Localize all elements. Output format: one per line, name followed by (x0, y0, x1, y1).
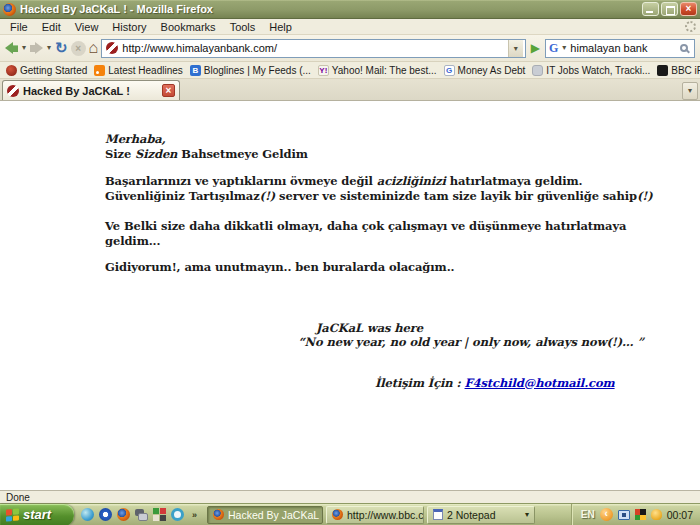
window-title: Hacked By JaCKaL ! - Mozilla Firefox (20, 3, 638, 15)
restore-button[interactable] (661, 2, 678, 16)
back-history-dropdown[interactable]: ▾ (21, 43, 27, 53)
status-bar: Done (0, 490, 700, 503)
url-input[interactable]: http://www.himalayanbank.com/ (122, 42, 503, 54)
tab-title: Hacked By JaCKaL ! (23, 85, 158, 97)
yahoo-icon: Y! (318, 65, 329, 76)
message-paragraph-1: Başarılarınızı ve yaptıklarını övmeye de… (105, 174, 684, 203)
cloud-icon (532, 65, 543, 76)
getting-started-icon (6, 65, 17, 76)
bookmark-bloglines[interactable]: B Bloglines | My Feeds (... (190, 65, 311, 76)
bbc-icon (657, 65, 668, 76)
blue-orb-icon[interactable] (99, 508, 112, 521)
title-bar: Hacked By JaCKaL ! - Mozilla Firefox × (0, 0, 700, 19)
message-paragraph-3: Gidiyorum!, ama unutmayın.. ben buralard… (105, 260, 684, 275)
group-dropdown-icon[interactable]: ▾ (525, 510, 529, 519)
hide-icons-chevron-icon[interactable]: ‹ (600, 508, 613, 521)
windows-logo-icon (6, 508, 19, 521)
tab-hacked-by-jackal[interactable]: Hacked By JaCKaL ! × (2, 80, 180, 100)
search-icon[interactable] (680, 44, 688, 52)
firefox-icon (213, 509, 224, 520)
quick-launch-bar: » (74, 508, 207, 521)
bookmarks-toolbar: Getting Started Latest Headlines B Blogl… (0, 62, 700, 79)
system-tray: EN ‹ 00:07 (571, 504, 700, 525)
menu-bar: File Edit View History Bookmarks Tools H… (0, 19, 700, 35)
bookmark-it-jobs-watch[interactable]: IT Jobs Watch, Tracki... (532, 65, 650, 76)
taskbar-button-notepad-group[interactable]: 2 Notepad ▾ (427, 506, 535, 524)
forward-history-dropdown[interactable]: ▾ (46, 43, 52, 53)
notepad-icon (433, 509, 443, 520)
forward-button[interactable] (30, 42, 43, 54)
throbber-icon (685, 21, 696, 32)
messenger-buddy-icon[interactable] (651, 509, 662, 520)
google-video-icon: G (444, 65, 455, 76)
minimize-button[interactable] (642, 2, 659, 16)
window-controls: × (642, 2, 697, 16)
bookmark-money-as-debt[interactable]: G Money As Debt (444, 65, 526, 76)
clock: 00:07 (667, 509, 693, 521)
intro-line: Size Sizden Bahsetmeye Geldim (105, 147, 684, 162)
contact-line: İletişim İçin : F4stchild@hotmail.com (375, 376, 684, 391)
back-arrow-icon (5, 42, 13, 54)
search-engine-dropdown[interactable]: ▾ (561, 43, 567, 53)
contact-label: İletişim İçin : (375, 376, 465, 390)
bookmark-latest-headlines[interactable]: Latest Headlines (94, 65, 183, 76)
stop-button[interactable]: × (71, 41, 86, 56)
globe-icon[interactable] (81, 508, 94, 521)
forward-arrow-icon (35, 42, 43, 54)
taskbar-button-firefox-bbc[interactable]: http://www.bbc.co.u... (326, 506, 424, 524)
firefox-icon (3, 3, 16, 16)
menu-view[interactable]: View (69, 20, 105, 34)
menu-bookmarks[interactable]: Bookmarks (155, 20, 222, 34)
start-button[interactable]: start (0, 504, 74, 525)
bookmark-bbc-iplayer[interactable]: BBC iPlayer - Home (657, 65, 700, 76)
signature-block: JaCKaL was here “No new year, no old yea… (298, 321, 684, 350)
go-button[interactable]: ▶ (529, 41, 542, 55)
language-indicator[interactable]: EN (581, 509, 595, 520)
menu-help[interactable]: Help (263, 20, 298, 34)
close-button[interactable]: × (680, 2, 697, 16)
greeting-paragraph: Merhaba, Size Sizden Bahsetmeye Geldim (105, 132, 684, 161)
search-bar[interactable]: G ▾ himalayan bank (545, 39, 695, 58)
signature-quote: “No new year, no old year | only now, al… (298, 335, 684, 350)
color-grid-tray-icon[interactable] (635, 509, 646, 520)
bloglines-icon: B (190, 65, 201, 76)
menu-edit[interactable]: Edit (36, 20, 67, 34)
firefox-icon (332, 509, 343, 520)
tab-close-icon[interactable]: × (162, 84, 175, 97)
bookmark-yahoo-mail[interactable]: Y! Yahoo! Mail: The best... (318, 65, 437, 76)
menu-tools[interactable]: Tools (224, 20, 262, 34)
signature-line: JaCKaL was here (298, 321, 684, 336)
start-label: start (23, 507, 51, 522)
menu-file[interactable]: File (4, 20, 34, 34)
palette-icon[interactable] (153, 508, 166, 521)
back-button[interactable] (5, 42, 18, 54)
url-history-dropdown[interactable]: ▾ (508, 40, 523, 57)
reload-button[interactable]: ↻ (55, 40, 68, 56)
page-content: Merhaba, Size Sizden Bahsetmeye Geldim B… (0, 101, 700, 490)
taskbar-button-firefox-jackal[interactable]: Hacked By JaCKaL ! -... (207, 506, 323, 524)
tab-strip: Hacked By JaCKaL ! × ▾ (0, 79, 700, 101)
firefox-launch-icon[interactable] (117, 508, 130, 521)
chat-icon[interactable] (135, 508, 148, 521)
url-bar[interactable]: http://www.himalayanbank.com/ ▾ (101, 39, 525, 58)
bookmark-getting-started[interactable]: Getting Started (6, 65, 87, 76)
greeting-text: Merhaba, (105, 132, 166, 146)
audio-device-icon[interactable] (618, 510, 630, 520)
menu-history[interactable]: History (106, 20, 152, 34)
navigation-toolbar: ▾ ▾ ↻ × ⌂ http://www.himalayanbank.com/ … (0, 35, 700, 62)
google-icon: G (549, 41, 558, 56)
search-input[interactable]: himalayan bank (570, 42, 677, 54)
quicktime-icon[interactable] (171, 508, 184, 521)
firefox-window: Hacked By JaCKaL ! - Mozilla Firefox × F… (0, 0, 700, 525)
status-text: Done (6, 492, 30, 503)
message-paragraph-2: Ve Belki size daha dikkatli olmayı, daha… (105, 219, 684, 248)
contact-email-link[interactable]: F4stchild@hotmail.com (465, 376, 615, 390)
site-favicon-no-entry-icon (106, 42, 118, 54)
tab-list-dropdown[interactable]: ▾ (682, 82, 698, 100)
quick-launch-overflow-chevron[interactable]: » (189, 510, 200, 520)
tab-favicon-no-entry-icon (7, 85, 19, 97)
rss-icon (94, 65, 105, 76)
home-button[interactable]: ⌂ (89, 40, 99, 56)
windows-taskbar: start » Hacked By JaCKaL ! -... http://w… (0, 503, 700, 525)
